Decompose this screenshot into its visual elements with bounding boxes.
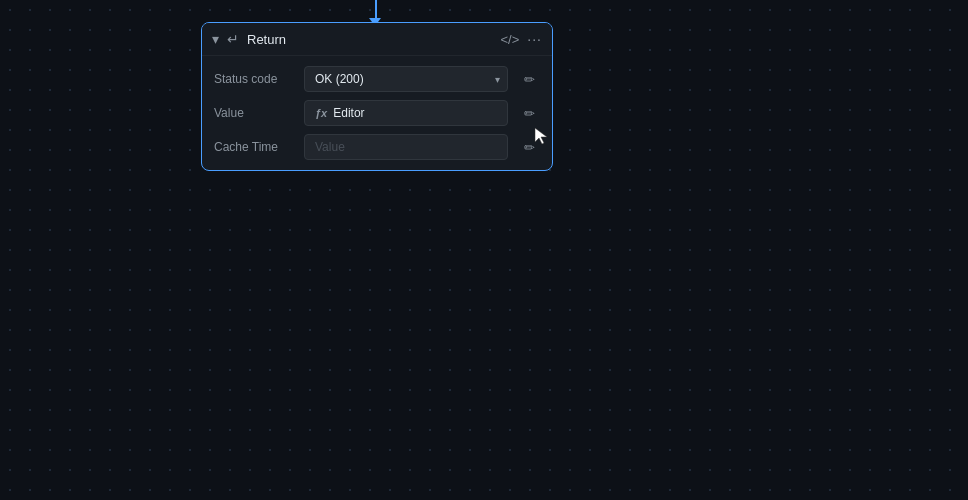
value-edit-button[interactable]: ✏ <box>518 106 540 121</box>
cache-time-input-wrap <box>304 134 508 160</box>
value-label: Value <box>214 106 294 120</box>
status-code-label: Status code <box>214 72 294 86</box>
editor-label: Editor <box>333 106 364 120</box>
cache-time-input[interactable] <box>304 134 508 160</box>
fx-icon: ƒx <box>315 107 327 119</box>
status-code-select[interactable]: OK (200) Created (201) Bad Request (400)… <box>304 66 508 92</box>
cache-time-edit-button[interactable]: ✏ <box>518 140 540 155</box>
return-icon: ↵ <box>227 31 239 47</box>
status-code-select-wrap: OK (200) Created (201) Bad Request (400)… <box>304 66 508 92</box>
value-row: Value ƒx Editor ✏ <box>214 100 540 126</box>
value-editor-wrap: ƒx Editor <box>304 100 508 126</box>
cache-time-row: Cache Time ✏ <box>214 134 540 160</box>
canvas: ▾ ↵ Return </> ··· Status code OK (200) … <box>0 0 968 500</box>
code-icon[interactable]: </> <box>501 32 520 47</box>
collapse-chevron-icon[interactable]: ▾ <box>212 31 219 47</box>
cache-time-label: Cache Time <box>214 140 294 154</box>
status-code-edit-button[interactable]: ✏ <box>518 72 540 87</box>
node-header: ▾ ↵ Return </> ··· <box>202 23 552 56</box>
editor-button[interactable]: ƒx Editor <box>304 100 508 126</box>
status-code-row: Status code OK (200) Created (201) Bad R… <box>214 66 540 92</box>
node-body: Status code OK (200) Created (201) Bad R… <box>202 56 552 170</box>
more-options-icon[interactable]: ··· <box>527 31 542 47</box>
node-title: Return <box>247 32 493 47</box>
return-node: ▾ ↵ Return </> ··· Status code OK (200) … <box>201 22 553 171</box>
